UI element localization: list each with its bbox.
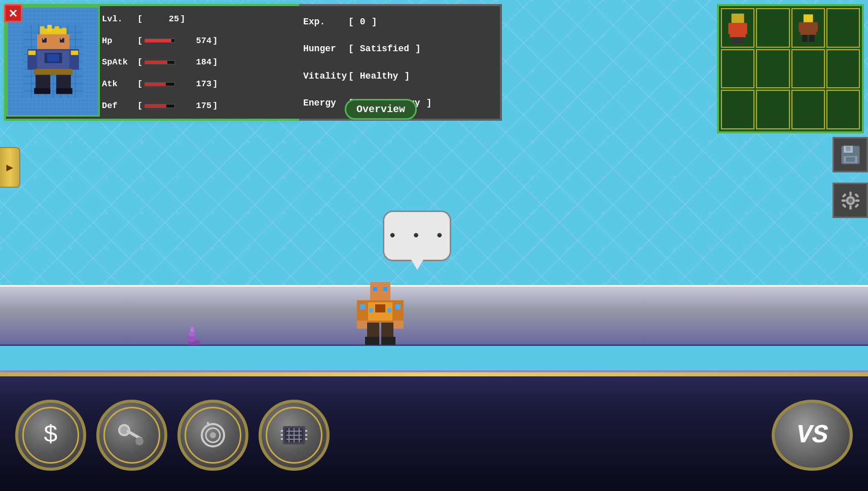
def-bar [144, 104, 175, 108]
shop-button[interactable]: $ [15, 400, 86, 471]
vs-button[interactable]: VS [772, 400, 853, 471]
spatk-label: SpAtk [102, 57, 137, 67]
svg-rect-114 [305, 438, 307, 440]
bubble-dots: • • • [387, 227, 446, 246]
svg-rect-80 [846, 146, 850, 151]
game-container: • • • [0, 0, 868, 491]
stat-exp: Exp. [ 0 ] [303, 17, 496, 27]
svg-rect-48 [60, 38, 62, 40]
hunger-value: Satisfied [356, 44, 413, 54]
ground [0, 285, 868, 346]
bottom-bar: $ [0, 370, 868, 491]
camera-settings-button[interactable] [177, 400, 248, 471]
map-cell [721, 49, 754, 89]
poop-item [180, 326, 203, 346]
svg-rect-12 [365, 337, 379, 345]
svg-rect-2 [383, 287, 387, 291]
svg-rect-73 [814, 22, 818, 32]
hp-bar [144, 39, 175, 43]
map-cell [721, 8, 754, 48]
svg-rect-9 [393, 321, 404, 329]
hp-label: Hp [102, 36, 137, 46]
spatk-bar [144, 60, 175, 64]
svg-rect-15 [387, 308, 391, 312]
vs-label: VS [797, 420, 828, 450]
svg-rect-113 [305, 434, 307, 436]
hunger-label: Hunger [303, 44, 346, 54]
svg-rect-58 [34, 88, 50, 94]
svg-rect-82 [846, 157, 855, 162]
stat-spatk: SpAtk [ 184 ] [102, 57, 299, 67]
svg-rect-17 [395, 304, 401, 309]
svg-rect-70 [803, 14, 813, 22]
map-cell [826, 8, 860, 48]
svg-rect-109 [281, 430, 283, 432]
stat-hunger: Hunger [ Satisfied ] [303, 44, 496, 54]
svg-rect-66 [742, 23, 747, 34]
svg-rect-85 [849, 191, 852, 196]
speech-bubble: • • • [383, 211, 451, 261]
svg-point-99 [210, 432, 216, 438]
svg-rect-52 [47, 54, 59, 62]
vitality-label: Vitality [303, 71, 346, 81]
tools-button[interactable] [96, 400, 167, 471]
stat-hp: Hp [ 574 ] [102, 36, 299, 46]
svg-rect-111 [281, 438, 283, 440]
map-cell [756, 49, 789, 89]
svg-rect-42 [47, 25, 52, 31]
map-cell [756, 8, 789, 48]
svg-rect-41 [40, 26, 44, 32]
atk-label: Atk [102, 79, 137, 89]
map-cell [756, 90, 789, 129]
stat-level: Lvl. [ 25 ] [102, 14, 299, 24]
overview-button[interactable]: Overview [345, 99, 417, 120]
map-cell [791, 49, 825, 89]
svg-rect-55 [34, 69, 72, 75]
def-value: 175 [176, 101, 211, 111]
side-right-settings-button[interactable] [833, 183, 868, 218]
svg-rect-7 [393, 300, 404, 321]
svg-point-94 [120, 426, 128, 434]
svg-rect-67 [732, 38, 738, 44]
left-stats: Lvl. [ 25 ] Hp [ 574 ] SpAtk [ 184 ] [100, 6, 301, 119]
svg-rect-112 [305, 430, 307, 432]
svg-rect-14 [369, 308, 373, 312]
exp-label: Exp. [303, 17, 346, 27]
svg-rect-61 [70, 50, 78, 55]
side-right-save-button[interactable] [833, 137, 868, 172]
svg-rect-43 [54, 26, 59, 31]
svg-rect-75 [809, 35, 814, 42]
svg-rect-92 [854, 203, 859, 208]
map-cell [791, 90, 825, 129]
svg-rect-21 [190, 327, 194, 332]
svg-rect-102 [285, 428, 303, 442]
map-cell [826, 49, 860, 89]
svg-point-97 [202, 424, 224, 446]
energy-label: Energy [303, 98, 346, 108]
svg-rect-16 [360, 304, 365, 309]
map-cell [791, 8, 825, 48]
level-label: Lvl. [102, 14, 137, 24]
stat-def: Def [ 175 ] [102, 101, 299, 111]
svg-rect-89 [842, 193, 847, 198]
svg-point-93 [118, 424, 130, 436]
svg-rect-13 [381, 337, 395, 345]
inventory-button[interactable] [259, 400, 330, 471]
svg-rect-63 [732, 14, 744, 23]
svg-rect-74 [802, 35, 807, 42]
svg-rect-5 [375, 304, 385, 312]
stat-vitality: Vitality [ Healthy ] [303, 71, 496, 81]
vitality-value: Healthy [356, 71, 403, 81]
side-left-button[interactable]: ▶ [0, 147, 20, 188]
hud-panel: Lvl. [ 25 ] Hp [ 574 ] SpAtk [ 184 ] [4, 4, 303, 121]
svg-rect-88 [855, 199, 859, 202]
hp-value: 574 [176, 36, 211, 46]
svg-rect-60 [28, 50, 35, 55]
stat-atk: Atk [ 173 ] [102, 79, 299, 89]
def-label: Def [102, 101, 137, 111]
svg-rect-110 [281, 434, 283, 436]
level-value: 25 [143, 14, 179, 24]
player-character [355, 280, 406, 346]
close-button[interactable] [4, 4, 22, 22]
arrow-icon: ▶ [6, 161, 13, 174]
